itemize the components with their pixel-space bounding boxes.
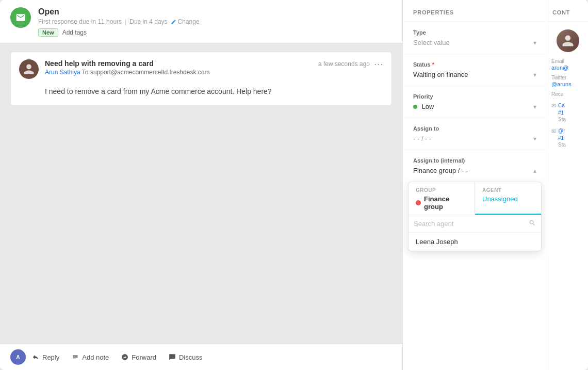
reply-bar: A Reply Add note Forward Discuss [0, 344, 402, 370]
to-label: To [82, 69, 89, 76]
contact-twitter-label: Twitter [551, 75, 584, 81]
assign-internal-label: Assign to (internal) [413, 157, 536, 164]
reply-label: Reply [42, 353, 59, 361]
contact-email-label: Email [551, 58, 584, 64]
type-label: Type [413, 29, 536, 36]
priority-dot-icon [413, 105, 417, 109]
property-priority: Priority Low ▾ [403, 86, 547, 118]
message-body: I need to remove a card from my Acme com… [11, 84, 391, 105]
message-time-area: a few seconds ago ⋯ [318, 59, 383, 69]
message-to: Arun Sathiya To support@acmecommerceltd.… [45, 69, 312, 76]
change-link[interactable]: Change [171, 18, 200, 25]
recent-num-2: #1 [558, 135, 566, 142]
recent-num-1: #1 [558, 109, 566, 117]
agent-list: Leena Joseph [409, 233, 541, 251]
change-label: Change [178, 18, 200, 25]
contact-twitter-value: @aruns [551, 81, 584, 87]
type-placeholder: Select value [413, 39, 450, 46]
reply-avatar: A [10, 349, 26, 365]
priority-label: Priority [413, 93, 536, 100]
search-icon [529, 219, 536, 228]
type-select[interactable]: Select value ▾ [413, 39, 536, 46]
agent-tab-content[interactable]: AGENT Unassigned [475, 182, 541, 215]
discuss-label: Discuss [179, 353, 203, 361]
recent-item-1: ✉ Ca #1 Sta [547, 100, 588, 125]
forward-label: Forward [132, 353, 156, 361]
response-due: First response due in 11 hours [38, 18, 122, 25]
forward-button[interactable]: Forward [121, 350, 156, 364]
property-status: Status * Waiting on finance ▾ [403, 54, 547, 86]
meta-divider: | [125, 18, 126, 25]
sender-avatar [19, 59, 39, 79]
status-value: Waiting on finance [413, 71, 468, 78]
to-email: support@acmecommerceltd.freshdesk.com [90, 69, 210, 76]
contact-panel-header: CONT [547, 0, 588, 22]
recent-status-1: Sta [558, 117, 566, 122]
ticket-area: Open First response due in 11 hours | Du… [0, 0, 402, 370]
contact-email-value: arun@ [551, 65, 584, 71]
message-sender: Need help with removing a card [45, 59, 312, 68]
priority-chevron-icon: ▾ [533, 103, 536, 110]
property-type: Type Select value ▾ [403, 22, 547, 54]
properties-header: PROPERTIES [403, 0, 547, 22]
group-tab-content: GROUP Finance group [409, 182, 475, 215]
add-note-button[interactable]: Add note [72, 350, 109, 364]
reply-button[interactable]: Reply [32, 350, 59, 364]
contact-avatar [557, 29, 579, 52]
reply-btn-group: Reply Add note Forward Discuss [32, 350, 203, 364]
contact-email-row: Email arun@ [547, 56, 588, 73]
assign-internal-section: Assign to (internal) Finance group / - -… [403, 150, 547, 182]
assign-internal-select[interactable]: Finance group / - - ▴ [413, 167, 536, 182]
add-tags-link[interactable]: Add tags [62, 29, 87, 36]
ticket-tags: New Add tags [38, 28, 392, 37]
add-note-label: Add note [82, 353, 109, 361]
ticket-header: Open First response due in 11 hours | Du… [0, 0, 402, 43]
contact-twitter-row: Twitter @aruns [547, 73, 588, 89]
recent-icon-2: ✉ [551, 128, 556, 135]
assign-internal-chevron-icon: ▴ [533, 167, 536, 174]
group-agent-dropdown: GROUP Finance group AGENT Unassigned Lee… [408, 182, 542, 251]
status-chevron-icon: ▾ [533, 71, 536, 78]
priority-select[interactable]: Low ▾ [413, 103, 536, 110]
recent-status-2: Sta [558, 142, 566, 148]
assign-to-label: Assign to [413, 125, 536, 132]
due-in: Due in 4 days [129, 18, 167, 25]
assign-to-select[interactable]: - - / - - ▾ [413, 135, 536, 142]
agent-search-wrapper [409, 215, 541, 233]
group-dot-icon [416, 200, 421, 205]
message-info: Need help with removing a card Arun Sath… [45, 59, 312, 76]
contact-avatar-area [547, 22, 588, 56]
agent-list-item[interactable]: Leena Joseph [409, 233, 541, 251]
discuss-button[interactable]: Discuss [169, 350, 203, 364]
group-tab-sublabel: GROUP [416, 187, 467, 193]
group-agent-tabs: GROUP Finance group AGENT Unassigned [409, 182, 541, 215]
ticket-header-info: Open First response due in 11 hours | Du… [38, 7, 392, 37]
message-options-btn[interactable]: ⋯ [374, 59, 383, 69]
recent-item-2: ✉ @r #1 Sta [547, 125, 588, 150]
ticket-open-label: Open [38, 7, 392, 17]
tag-new: New [38, 28, 58, 37]
recent-ref-2: @r [558, 127, 566, 135]
agent-tab-sublabel: AGENT [482, 187, 534, 193]
status-label: Status * [413, 61, 536, 68]
sender-name: Arun Sathiya [45, 69, 80, 76]
agent-search-input[interactable] [414, 220, 526, 228]
required-star: * [432, 61, 434, 68]
ticket-status-icon [10, 7, 31, 28]
priority-value: Low [413, 103, 434, 110]
ticket-meta: First response due in 11 hours | Due in … [38, 18, 392, 25]
message-header: Need help with removing a card Arun Sath… [11, 52, 391, 84]
properties-panel: PROPERTIES Type Select value ▾ Status * … [402, 0, 547, 370]
agent-value: Unassigned [482, 195, 534, 203]
group-value: Finance group [416, 195, 467, 211]
type-chevron-icon: ▾ [533, 39, 536, 46]
property-assign-to: Assign to - - / - - ▾ [403, 118, 547, 150]
assign-to-chevron-icon: ▾ [533, 135, 536, 142]
message-time: a few seconds ago [318, 60, 370, 68]
status-select[interactable]: Waiting on finance ▾ [413, 71, 536, 78]
message-card: Need help with removing a card Arun Sath… [10, 52, 392, 106]
conversation-area: Need help with removing a card Arun Sath… [0, 43, 402, 344]
contact-panel: CONT Email arun@ Twitter @aruns Rece ✉ C… [547, 0, 588, 370]
assign-to-value: - - / - - [413, 135, 431, 142]
recent-icon-1: ✉ [551, 103, 556, 109]
